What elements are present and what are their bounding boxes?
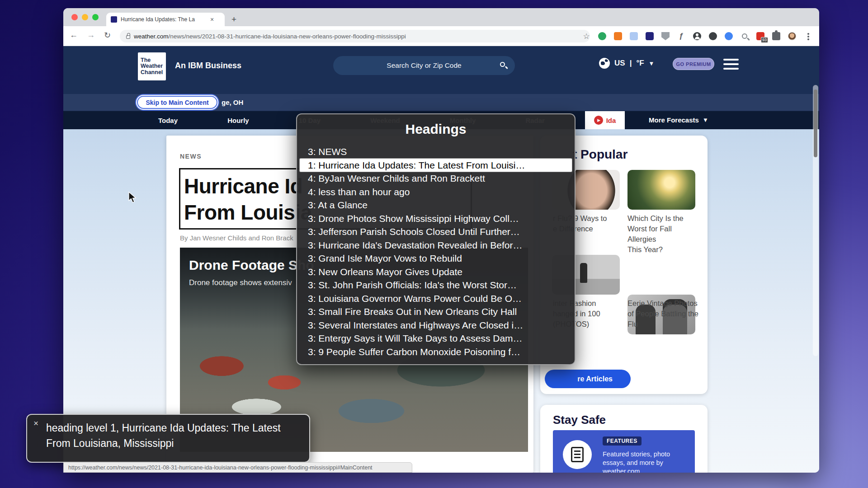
- more-forecasts-label: More Forecasts: [649, 116, 699, 124]
- location-bar: Skip to Main Content ge, OH: [63, 94, 819, 111]
- heading-item[interactable]: 3: Louisiana Governor Warns Power Could …: [300, 292, 572, 305]
- locale-selector[interactable]: US | °F ▼: [599, 58, 654, 69]
- nav-item-ida[interactable]: ▶ Ida: [585, 111, 625, 129]
- features-banner[interactable]: FEATURES Featured stories, photo essays,…: [553, 430, 695, 473]
- back-button[interactable]: ←: [70, 30, 78, 40]
- tab-close-icon[interactable]: ×: [210, 16, 214, 23]
- close-window-button[interactable]: [71, 14, 78, 20]
- divider: |: [630, 59, 632, 68]
- more-forecasts-menu[interactable]: More Forecasts ▼: [649, 116, 708, 124]
- voiceover-caption-text: heading level 1, Hurricane Ida Updates: …: [46, 420, 302, 451]
- desktop-background: Hurricane Ida Updates: The La × + ← → ↻ …: [0, 0, 868, 488]
- extension-blue-icon[interactable]: [724, 31, 734, 41]
- skip-to-main-content-button[interactable]: Skip to Main Content: [137, 96, 217, 109]
- ibm-tagline: An IBM Business: [175, 61, 241, 70]
- play-icon: ▶: [594, 116, 603, 125]
- more-articles-button[interactable]: re Articles: [545, 370, 631, 388]
- headings-panel-title: Headings: [297, 122, 575, 137]
- features-text: Featured stories, photo essays, and more…: [603, 450, 684, 473]
- stay-safe-title: Stay Safe: [553, 413, 606, 427]
- extension-orange-icon[interactable]: [613, 31, 623, 41]
- heading-item[interactable]: 3: At a Glance: [300, 198, 572, 212]
- extension-green-icon[interactable]: [597, 31, 607, 41]
- go-premium-button[interactable]: GO PREMIUM: [673, 58, 714, 70]
- video-title: Drone Footage Sho: [189, 258, 314, 273]
- heading-item[interactable]: 3: 9 People Suffer Carbon Monoxide Poiso…: [300, 345, 572, 359]
- calendar-extension-icon[interactable]: 93: [755, 31, 765, 41]
- heading-item[interactable]: 3: Several Interstates and Highways Are …: [300, 319, 572, 332]
- new-tab-button[interactable]: +: [231, 14, 236, 25]
- page-scrollbar[interactable]: [813, 85, 818, 356]
- weather-channel-logo[interactable]: The Weather Channel: [138, 52, 166, 80]
- extension-dark-icon[interactable]: [708, 31, 718, 41]
- video-caption: Drone footage shows extensiv: [189, 278, 292, 287]
- extension-navy-icon[interactable]: [645, 31, 655, 41]
- section-kicker: NEWS: [180, 153, 202, 160]
- heading-item[interactable]: 3: Grand Isle Mayor Vows to Rebuild: [300, 252, 572, 265]
- nav-item[interactable]: Today: [158, 117, 178, 124]
- article-caption[interactable]: Which City Is the Worst for Fall Allergi…: [627, 213, 700, 255]
- heading-item[interactable]: 3: Entergy Says it Will Take Days to Ass…: [300, 332, 572, 345]
- accessibility-person-icon[interactable]: [692, 31, 702, 41]
- extension-badge: 93: [761, 37, 768, 43]
- features-badge: FEATURES: [603, 436, 642, 446]
- extension-shield-icon[interactable]: [660, 31, 670, 41]
- address-bar[interactable]: weather.com/news/news/2021-08-31-hurrica…: [120, 30, 590, 42]
- url-text: weather.com/news/news/2021-08-31-hurrica…: [134, 33, 406, 40]
- article-caption[interactable]: Eerie Vintage Photos of People Battling …: [627, 298, 700, 329]
- ida-label: Ida: [606, 117, 616, 124]
- heading-item[interactable]: 3: NEWS: [300, 145, 572, 159]
- site-header: The Weather Channel An IBM Business Sear…: [63, 46, 819, 94]
- search-extension-icon[interactable]: [740, 31, 750, 41]
- headline-line: Hurricane Id: [184, 174, 302, 198]
- status-bar: https://weather.com/news/news/2021-08-31…: [63, 462, 412, 473]
- document-icon: [571, 447, 584, 462]
- logo-line: Weather: [141, 63, 166, 70]
- unit-label: °F: [636, 59, 644, 68]
- menu-icon[interactable]: [723, 59, 739, 70]
- heading-item[interactable]: 3: St. John Parish Officials: Ida's the …: [300, 278, 572, 292]
- heading-item[interactable]: 4: less than an hour ago: [300, 185, 572, 199]
- tab-favicon: [111, 16, 117, 23]
- browser-tab[interactable]: Hurricane Ida Updates: The La ×: [106, 13, 225, 26]
- tab-strip: Hurricane Ida Updates: The La × +: [63, 8, 819, 26]
- zoom-window-button[interactable]: [92, 14, 99, 20]
- logo-line: The: [141, 57, 166, 64]
- forward-button[interactable]: →: [87, 30, 95, 40]
- scrollbar-thumb[interactable]: [814, 89, 817, 157]
- extension-fx-icon[interactable]: ƒ: [676, 31, 686, 41]
- voiceover-headings-panel: Headings 3: NEWS1: Hurricane Ida Updates…: [296, 113, 576, 365]
- chevron-down-icon: ▼: [703, 117, 708, 123]
- minimize-window-button[interactable]: [82, 14, 88, 20]
- heading-item[interactable]: 3: Drone Photos Show Mississippi Highway…: [300, 212, 572, 225]
- search-input[interactable]: Search City or Zip Code: [333, 56, 515, 75]
- byline: By Jan Wesner Childs and Ron Brack: [180, 234, 293, 242]
- tab-title: Hurricane Ida Updates: The La: [121, 16, 207, 23]
- chevron-down-icon: ▼: [649, 60, 655, 67]
- close-icon[interactable]: ×: [33, 418, 38, 428]
- headline-line: From Louisia: [184, 200, 312, 225]
- browser-toolbar: ← → ↻ weather.com/news/news/2021-08-31-h…: [63, 26, 819, 46]
- search-placeholder: Search City or Zip Code: [387, 61, 461, 70]
- bookmark-star-icon[interactable]: ☆: [581, 31, 591, 41]
- heading-item[interactable]: 1: Hurricane Ida Updates: The Latest Fro…: [300, 159, 572, 172]
- extension-row: ☆: [581, 29, 813, 43]
- reload-button[interactable]: ↻: [104, 30, 111, 40]
- search-icon[interactable]: [500, 62, 505, 67]
- profile-avatar[interactable]: [787, 31, 797, 41]
- article-thumbnail[interactable]: [627, 170, 695, 210]
- extensions-puzzle-icon[interactable]: [771, 31, 781, 41]
- heading-item[interactable]: 3: Small Fire Breaks Out in New Orleans …: [300, 305, 572, 319]
- most-popular-title: t Popular: [573, 147, 627, 162]
- heading-item[interactable]: 3: Jefferson Parish Schools Closed Until…: [300, 225, 572, 239]
- heading-item[interactable]: 4: ByJan Wesner Childs and Ron Brackett: [300, 172, 572, 185]
- url-path: /news/news/2021-08-31-hurricane-ida-loui…: [169, 33, 406, 40]
- heading-item[interactable]: 3: Hurricane Ida's Devastation Revealed …: [300, 239, 572, 252]
- globe-icon: [599, 58, 610, 69]
- features-circle: [563, 440, 592, 469]
- nav-item[interactable]: Hourly: [227, 117, 249, 124]
- browser-menu-icon[interactable]: [803, 31, 813, 41]
- stay-safe-card: Stay Safe FEATURES Featured stories, pho…: [540, 405, 708, 473]
- heading-item[interactable]: 3: New Orleans Mayor Gives Update: [300, 265, 572, 279]
- extension-lightblue-icon[interactable]: [629, 31, 639, 41]
